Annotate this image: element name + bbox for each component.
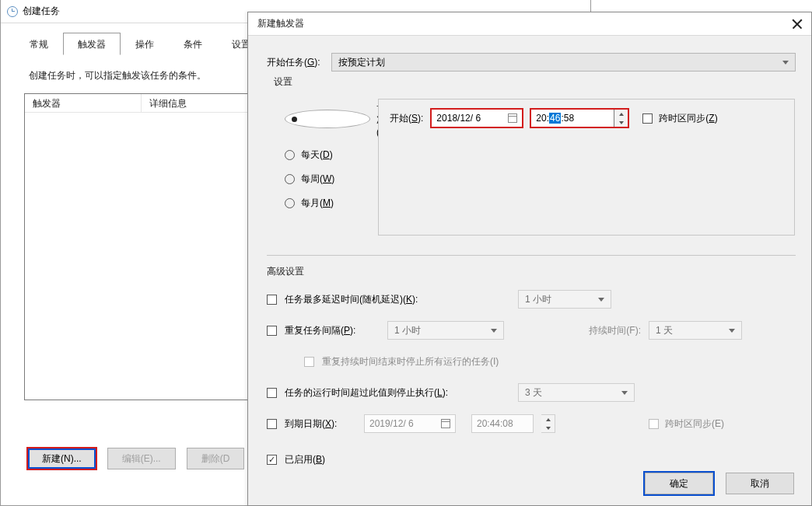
radio-once[interactable]: 一次(N) <box>285 100 359 138</box>
begin-task-row: 开始任务(G): 按预定计划 <box>248 36 811 76</box>
begin-task-combo[interactable]: 按预定计划 <box>331 53 796 72</box>
duration-label: 持续时间(F): <box>566 324 641 337</box>
random-delay-checkbox[interactable] <box>267 295 277 305</box>
repeat-row: 重复任务间隔(P): 1 小时 持续时间(F): 1 天 <box>267 320 796 340</box>
settings-group: 设置 一次(N) 每天(D) 每周(W) 每月(M) <box>267 81 796 244</box>
delete-trigger-button: 删除(D <box>187 448 245 469</box>
stop-if-longer-select: 3 天 <box>518 383 635 402</box>
checkbox-icon <box>642 113 653 124</box>
start-date-value: 2018/12/ 6 <box>436 113 481 124</box>
start-panel: 开始(S): 2018/12/ 6 20:46:58 <box>378 99 795 236</box>
stop-if-longer-label: 任务的运行时间超过此值则停止执行(L): <box>285 386 510 400</box>
ok-button[interactable]: 确定 <box>645 473 713 494</box>
spin-down[interactable] <box>614 118 628 127</box>
close-icon[interactable] <box>791 18 803 30</box>
expire-time-spinner <box>541 414 555 433</box>
checkbox-icon <box>649 419 659 429</box>
chevron-down-icon <box>491 329 497 333</box>
chevron-down-icon <box>546 427 551 430</box>
tab-triggers[interactable]: 触发器 <box>63 33 121 55</box>
expire-sync-checkbox: 跨时区同步(E) <box>649 417 724 431</box>
tab-conditions[interactable]: 条件 <box>169 33 217 55</box>
list-buttons: 新建(N)... 编辑(E)... 删除(D <box>27 448 244 469</box>
sync-tz-checkbox[interactable]: 跨时区同步(Z) <box>642 112 717 125</box>
begin-task-value: 按预定计划 <box>338 56 385 69</box>
repeat-select: 1 小时 <box>387 321 504 340</box>
radio-icon <box>285 198 295 208</box>
chevron-down-icon <box>621 391 628 395</box>
stop-after-repeat-row: 重复持续时间结束时停止所有运行的任务(I) <box>267 351 796 372</box>
clock-icon <box>7 6 18 17</box>
stop-if-longer-checkbox[interactable] <box>267 388 277 398</box>
expire-checkbox[interactable] <box>267 419 277 429</box>
expire-row: 到期日期(X): 2019/12/ 6 20:44:08 跨时区同步(E) <box>267 414 796 434</box>
new-trigger-button[interactable]: 新建(N)... <box>27 448 96 469</box>
expire-date-input: 2019/12/ 6 <box>364 414 456 433</box>
duration-select: 1 天 <box>649 321 742 340</box>
start-label: 开始(S): <box>390 112 423 125</box>
enabled-label: 已启用(B) <box>285 453 325 466</box>
chevron-up-icon <box>619 113 624 116</box>
start-date-input[interactable]: 2018/12/ 6 <box>431 109 523 127</box>
cancel-button[interactable]: 取消 <box>726 473 794 494</box>
stop-after-repeat-checkbox <box>304 357 314 367</box>
advanced-group: 高级设置 任务最多延迟时间(随机延迟)(K): 1 小时 重复任务间隔(P): … <box>248 256 811 469</box>
stop-after-repeat-label: 重复持续时间结束时停止所有运行的任务(I) <box>322 355 499 368</box>
chevron-down-icon <box>598 298 604 302</box>
frequency-radios: 一次(N) 每天(D) 每周(W) 每月(M) <box>285 99 359 236</box>
radio-weekly[interactable]: 每周(W) <box>285 173 359 186</box>
spin-up[interactable] <box>614 110 628 118</box>
expire-label: 到期日期(X): <box>285 417 356 431</box>
enabled-row: 已启用(B) <box>267 449 796 469</box>
radio-icon <box>285 150 295 160</box>
settings-legend: 设置 <box>271 75 296 89</box>
edit-trigger-button: 编辑(E)... <box>107 448 176 469</box>
tab-general[interactable]: 常规 <box>15 33 63 55</box>
begin-task-label: 开始任务(G): <box>267 56 320 69</box>
random-delay-label: 任务最多延迟时间(随机延迟)(K): <box>285 293 510 306</box>
chevron-down-icon <box>729 329 735 333</box>
advanced-legend: 高级设置 <box>267 265 796 278</box>
enabled-checkbox[interactable] <box>267 455 277 465</box>
start-time-input[interactable]: 20:46:58 <box>530 109 614 127</box>
dialog-titlebar: 新建触发器 <box>248 12 811 36</box>
repeat-checkbox[interactable] <box>267 326 277 336</box>
random-delay-select: 1 小时 <box>518 290 611 309</box>
radio-icon <box>285 110 370 128</box>
time-spinner[interactable] <box>614 109 628 127</box>
chevron-down-icon <box>782 61 789 65</box>
chevron-up-icon <box>546 418 551 421</box>
window-title: 创建任务 <box>23 5 60 18</box>
expire-time-input: 20:44:08 <box>471 414 534 433</box>
random-delay-row: 任务最多延迟时间(随机延迟)(K): 1 小时 <box>267 289 796 309</box>
radio-monthly[interactable]: 每月(M) <box>285 197 359 210</box>
calendar-icon[interactable] <box>508 113 517 123</box>
new-trigger-dialog: 新建触发器 开始任务(G): 按预定计划 设置 一次(N) 每天(D) <box>247 12 812 506</box>
tab-actions[interactable]: 操作 <box>121 33 169 55</box>
radio-icon <box>285 174 295 184</box>
start-time-value: 20:46:58 <box>536 113 574 124</box>
chevron-down-icon <box>619 121 624 124</box>
calendar-icon <box>441 419 450 428</box>
col-trigger[interactable]: 触发器 <box>25 94 142 112</box>
repeat-label: 重复任务间隔(P): <box>285 324 380 337</box>
dialog-buttons: 确定 取消 <box>645 473 794 494</box>
dialog-title: 新建触发器 <box>257 17 304 30</box>
radio-daily[interactable]: 每天(D) <box>285 148 359 162</box>
stop-if-longer-row: 任务的运行时间超过此值则停止执行(L): 3 天 <box>267 382 796 403</box>
